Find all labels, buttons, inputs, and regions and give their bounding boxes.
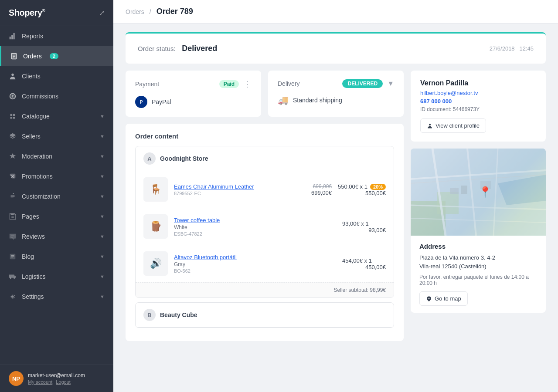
product-qty-price-3: 454,00€ x 1 <box>342 257 386 264</box>
map-container: 📍 <box>411 149 546 236</box>
seller-header-a: A Goodnight Store <box>136 146 394 171</box>
seller-avatar-b: B <box>143 309 156 321</box>
view-client-profile-button[interactable]: View client profile <box>420 118 486 133</box>
sidebar-item-settings[interactable]: Settings ▼ <box>0 287 113 307</box>
sidebar-expand-icon[interactable]: ⤢ <box>99 9 105 17</box>
sidebar-item-customization[interactable]: Customization ▼ <box>0 186 113 206</box>
sidebar-item-orders[interactable]: Orders 2 <box>0 46 113 66</box>
address-title: Address <box>419 243 537 250</box>
commissions-icon <box>9 92 17 100</box>
map-location-pin: 📍 <box>479 186 492 198</box>
sidebar-item-moderation[interactable]: Moderation ▼ <box>0 146 113 166</box>
reviews-icon <box>9 233 17 240</box>
logout-link[interactable]: Logout <box>56 379 71 385</box>
page-title: Order 789 <box>157 7 193 16</box>
location-icon <box>426 296 432 302</box>
product-qty-price-1: 550,00€ x 1 20% <box>338 183 386 190</box>
sidebar-item-pages[interactable]: Pages ▼ <box>0 206 113 226</box>
sidebar-item-sellers[interactable]: Sellers ▼ <box>0 126 113 146</box>
customization-icon <box>9 193 17 200</box>
customization-chevron: ▼ <box>100 194 105 199</box>
svg-point-3 <box>10 277 11 279</box>
seller-subtotal-a: Seller subtotal: 98,99€ <box>136 282 394 297</box>
discount-badge-1: 20% <box>370 184 386 190</box>
product-name-1[interactable]: Eames Chair Aluminum Leather <box>174 183 286 190</box>
sidebar-item-reviews[interactable]: Reviews ▼ <box>0 226 113 247</box>
seller-name-b: Beauty Cube <box>160 311 197 318</box>
product-name-2[interactable]: Tower coffee table <box>174 217 336 223</box>
clients-icon <box>9 72 17 80</box>
payment-card: Payment Paid ⋮ P PayPal <box>126 71 261 117</box>
breadcrumb-orders[interactable]: Orders <box>126 8 144 15</box>
product-original-price-1: 699,00€ <box>293 183 332 189</box>
client-id-doc: ID document: 54466973Y <box>420 106 536 112</box>
sidebar-item-blog[interactable]: Blog ▼ <box>0 247 113 267</box>
product-info-3: Altavoz Bluetooth portátil Gray BO-562 <box>174 254 336 274</box>
order-left-column: Payment Paid ⋮ P PayPal <box>126 71 404 341</box>
address-note: Por favor, entregar paquete el lunes de … <box>419 274 537 286</box>
product-img-1: 🪑 <box>143 177 168 202</box>
product-variant-2: White <box>174 224 336 230</box>
product-info-2: Tower coffee table White ESBG-47822 <box>174 217 336 237</box>
catalogue-chevron: ▼ <box>100 114 105 119</box>
topbar: Orders / Order 789 <box>113 0 558 24</box>
sidebar-item-catalogue[interactable]: Catalogue ▼ <box>0 106 113 126</box>
svg-rect-16 <box>450 188 459 194</box>
order-status-label: Order status: <box>138 45 176 52</box>
moderation-icon <box>9 152 17 160</box>
blog-chevron: ▼ <box>100 254 105 259</box>
order-status-card: Order status: Delivered 27/6/2018 12:45 <box>126 32 546 64</box>
product-img-3: 🔊 <box>143 251 168 276</box>
map-placeholder: 📍 <box>411 149 546 236</box>
address-card: Address Plaza de la Vila número 3. 4-2 V… <box>411 236 546 313</box>
order-content-title: Order content <box>135 132 394 140</box>
product-row-1: 🪑 Eames Chair Aluminum Leather 8799552-E… <box>136 171 394 208</box>
client-email[interactable]: hilbert.boyle@nestor.tv <box>420 90 536 96</box>
orders-badge: 2 <box>50 53 58 59</box>
svg-point-4 <box>14 277 15 279</box>
seller-section-a: A Goodnight Store 🪑 Eames Chair Aluminum… <box>135 146 394 298</box>
sidebar-item-logistics[interactable]: Logistics ▼ <box>0 267 113 287</box>
product-row-3: 🔊 Altavoz Bluetooth portátil Gray BO-562… <box>136 245 394 282</box>
product-sku-3: BO-562 <box>174 268 336 274</box>
sidebar-item-commissions[interactable]: Commissions <box>0 86 113 106</box>
chart-icon <box>9 32 17 40</box>
delivery-title: Delivery <box>278 80 300 87</box>
order-status-value: Delivered <box>182 44 217 53</box>
sidebar-item-clients[interactable]: Clients <box>0 66 113 86</box>
content-area: Order status: Delivered 27/6/2018 12:45 … <box>113 24 558 392</box>
client-phone[interactable]: 687 000 000 <box>420 98 536 105</box>
product-total-3: 450,00€ <box>342 264 386 270</box>
my-account-link[interactable]: My account <box>28 379 52 385</box>
user-email: market-user@email.com <box>28 372 85 378</box>
sidebar-footer: NP market-user@email.com My account Logo… <box>0 365 113 392</box>
delivery-card: Delivery DELIVERED ▼ 🚚 Standard shipping <box>268 71 404 117</box>
seller-section-b: B Beauty Cube <box>135 302 394 328</box>
product-sku-1: 8799552-EC <box>174 191 286 196</box>
product-sku-2: ESBG-47822 <box>174 231 336 237</box>
product-final-price-1: 699,00€ <box>293 189 332 196</box>
seller-avatar-a: A <box>143 152 156 165</box>
order-details-layout: Payment Paid ⋮ P PayPal <box>126 71 546 341</box>
delivery-chevron-icon[interactable]: ▼ <box>387 80 394 88</box>
settings-chevron: ▼ <box>100 294 105 299</box>
payment-menu-button[interactable]: ⋮ <box>243 79 252 89</box>
promotions-chevron: ▼ <box>100 174 105 179</box>
product-variant-3: Gray <box>174 261 336 267</box>
product-name-3[interactable]: Altavoz Bluetooth portátil <box>174 254 336 260</box>
breadcrumb-separator: / <box>150 8 151 15</box>
main-content: Orders / Order 789 Order status: Deliver… <box>113 0 558 392</box>
sidebar-item-reports[interactable]: Reports <box>0 26 113 46</box>
go-to-map-button[interactable]: Go to map <box>419 291 468 306</box>
moderation-chevron: ▼ <box>100 154 105 159</box>
profile-icon <box>427 123 433 129</box>
paypal-icon: P <box>135 96 147 108</box>
settings-icon <box>9 293 17 301</box>
product-qty-price-2: 93,00€ x 1 <box>342 220 386 227</box>
sidebar-item-promotions[interactable]: Promotions ▼ <box>0 166 113 186</box>
sidebar: Shopery® ⤢ Reports Orders 2 Clients Comm… <box>0 0 113 392</box>
blog-icon <box>9 253 17 260</box>
sidebar-header: Shopery® ⤢ <box>0 0 113 26</box>
orders-icon <box>10 52 18 60</box>
client-card: Vernon Padilla hilbert.boyle@nestor.tv 6… <box>411 71 546 142</box>
